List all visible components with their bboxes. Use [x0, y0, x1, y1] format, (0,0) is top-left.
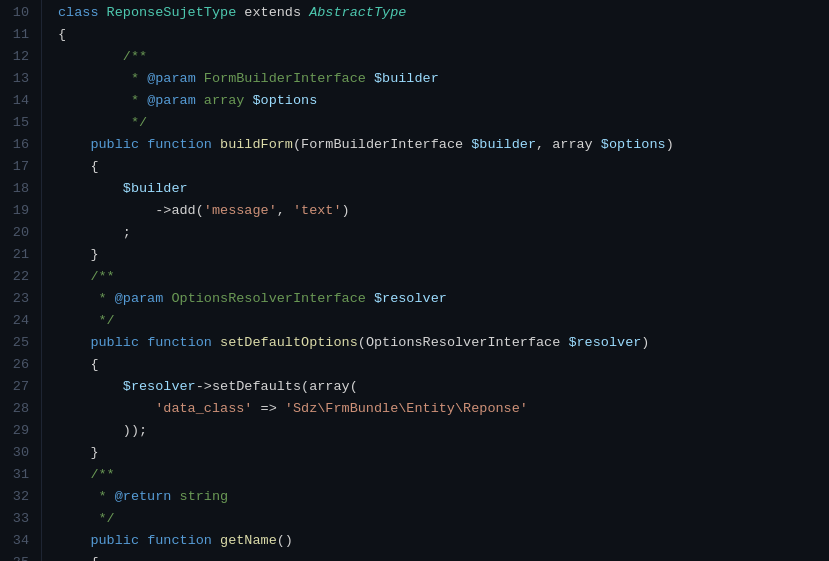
token: $resolver: [374, 291, 447, 306]
line-number: 31: [0, 464, 29, 486]
line-number: 26: [0, 354, 29, 376]
token: (FormBuilderInterface: [293, 137, 471, 152]
code-line: {: [58, 552, 829, 561]
token: {: [58, 27, 66, 42]
token: 'data_class': [155, 401, 252, 416]
line-number: 29: [0, 420, 29, 442]
code-line: /**: [58, 266, 829, 288]
token: *: [58, 93, 147, 108]
token: [58, 401, 155, 416]
token: {: [58, 555, 99, 561]
token: [58, 181, 123, 196]
code-line: public function getName(): [58, 530, 829, 552]
token: ): [342, 203, 350, 218]
line-number: 17: [0, 156, 29, 178]
token: 'Sdz\FrmBundle\Entity\Reponse': [285, 401, 528, 416]
token: array: [196, 93, 253, 108]
code-line: {: [58, 354, 829, 376]
token: function: [147, 137, 220, 152]
line-number: 13: [0, 68, 29, 90]
line-number: 35: [0, 552, 29, 561]
token: ReponseSujetType: [107, 5, 237, 20]
token: $options: [252, 93, 317, 108]
line-number: 24: [0, 310, 29, 332]
code-area: class ReponseSujetType extends AbstractT…: [42, 0, 829, 561]
token: string: [171, 489, 228, 504]
code-line: class ReponseSujetType extends AbstractT…: [58, 2, 829, 24]
token: */: [58, 511, 115, 526]
code-editor: 1011121314151617181920212223242526272829…: [0, 0, 829, 561]
token: ,: [277, 203, 293, 218]
code-line: ->add('message', 'text'): [58, 200, 829, 222]
line-number: 18: [0, 178, 29, 200]
code-line: */: [58, 310, 829, 332]
token: ));: [58, 423, 147, 438]
line-number: 32: [0, 486, 29, 508]
line-number: 11: [0, 24, 29, 46]
token: function: [147, 533, 220, 548]
token: @param: [147, 71, 196, 86]
token: ->add(: [58, 203, 204, 218]
token: {: [58, 357, 99, 372]
token: getName: [220, 533, 277, 548]
token: $builder: [123, 181, 188, 196]
code-line: * @param OptionsResolverInterface $resol…: [58, 288, 829, 310]
code-line: public function setDefaultOptions(Option…: [58, 332, 829, 354]
code-line: ));: [58, 420, 829, 442]
line-number: 27: [0, 376, 29, 398]
token: ): [641, 335, 649, 350]
line-number: 21: [0, 244, 29, 266]
token: FormBuilderInterface: [196, 71, 374, 86]
line-number: 10: [0, 2, 29, 24]
token: AbstractType: [309, 5, 406, 20]
code-line: }: [58, 244, 829, 266]
token: *: [58, 291, 115, 306]
token: public: [58, 533, 147, 548]
token: OptionsResolverInterface: [163, 291, 374, 306]
line-number: 28: [0, 398, 29, 420]
token: (OptionsResolverInterface: [358, 335, 569, 350]
token: @return: [115, 489, 172, 504]
line-number: 23: [0, 288, 29, 310]
token: ->setDefaults(array(: [196, 379, 358, 394]
code-line: {: [58, 156, 829, 178]
line-number: 12: [0, 46, 29, 68]
token: extends: [236, 5, 309, 20]
line-number: 16: [0, 134, 29, 156]
token: *: [58, 489, 115, 504]
token: $resolver: [123, 379, 196, 394]
line-number: 14: [0, 90, 29, 112]
token: /**: [58, 467, 115, 482]
code-line: {: [58, 24, 829, 46]
token: function: [147, 335, 220, 350]
code-line: }: [58, 442, 829, 464]
token: , array: [536, 137, 601, 152]
code-line: */: [58, 508, 829, 530]
line-number: 30: [0, 442, 29, 464]
code-line: /**: [58, 46, 829, 68]
token: @param: [147, 93, 196, 108]
code-line: ;: [58, 222, 829, 244]
line-number: 15: [0, 112, 29, 134]
token: class: [58, 5, 107, 20]
token: @param: [115, 291, 164, 306]
token: /**: [58, 49, 147, 64]
line-number: 19: [0, 200, 29, 222]
code-line: * @return string: [58, 486, 829, 508]
token: $builder: [471, 137, 536, 152]
line-numbers: 1011121314151617181920212223242526272829…: [0, 0, 42, 561]
token: }: [58, 445, 99, 460]
token: [58, 379, 123, 394]
token: *: [58, 71, 147, 86]
line-number: 34: [0, 530, 29, 552]
token: public: [58, 137, 147, 152]
token: */: [58, 115, 147, 130]
code-line: * @param array $options: [58, 90, 829, 112]
token: /**: [58, 269, 115, 284]
token: $options: [601, 137, 666, 152]
line-number: 33: [0, 508, 29, 530]
token: {: [58, 159, 99, 174]
token: */: [58, 313, 115, 328]
token: public: [58, 335, 147, 350]
token: (): [277, 533, 293, 548]
